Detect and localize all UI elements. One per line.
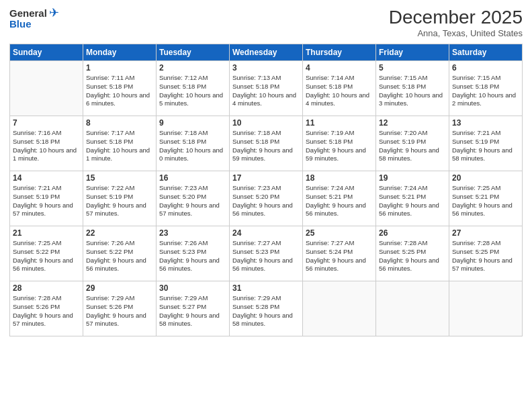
title-area: December 2025 Anna, Texas, United States (389, 7, 523, 38)
calendar-week-row-4: 28Sunrise: 7:28 AMSunset: 5:26 PMDayligh… (10, 281, 523, 336)
cell-info: Sunrise: 7:28 AMSunset: 5:26 PMDaylight:… (13, 294, 80, 328)
calendar-week-row-3: 21Sunrise: 7:25 AMSunset: 5:22 PMDayligh… (10, 226, 523, 281)
cell-info: Sunrise: 7:29 AMSunset: 5:27 PMDaylight:… (159, 294, 226, 328)
day-number: 10 (232, 118, 300, 128)
cell-info: Sunrise: 7:21 AMSunset: 5:19 PMDaylight:… (13, 184, 80, 218)
col-thursday: Thursday (303, 44, 376, 61)
calendar-table: Sunday Monday Tuesday Wednesday Thursday… (9, 44, 523, 336)
day-number: 3 (232, 63, 300, 73)
calendar-cell: 30Sunrise: 7:29 AMSunset: 5:27 PMDayligh… (157, 281, 230, 336)
col-friday: Friday (376, 44, 449, 61)
day-number: 21 (13, 228, 80, 238)
day-number: 18 (306, 173, 373, 183)
calendar-cell: 17Sunrise: 7:23 AMSunset: 5:20 PMDayligh… (230, 171, 303, 226)
cell-info: Sunrise: 7:28 AMSunset: 5:25 PMDaylight:… (379, 239, 446, 273)
cell-info: Sunrise: 7:29 AMSunset: 5:28 PMDaylight:… (232, 294, 300, 328)
day-number: 17 (232, 173, 300, 183)
calendar-cell: 23Sunrise: 7:26 AMSunset: 5:23 PMDayligh… (157, 226, 230, 281)
cell-info: Sunrise: 7:18 AMSunset: 5:18 PMDaylight:… (232, 129, 300, 163)
day-number: 2 (159, 63, 226, 73)
day-number: 29 (86, 283, 153, 293)
calendar-cell: 14Sunrise: 7:21 AMSunset: 5:19 PMDayligh… (10, 171, 83, 226)
day-number: 31 (232, 283, 300, 293)
calendar-cell: 12Sunrise: 7:20 AMSunset: 5:19 PMDayligh… (376, 116, 449, 171)
cell-info: Sunrise: 7:21 AMSunset: 5:19 PMDaylight:… (452, 129, 519, 163)
cell-info: Sunrise: 7:13 AMSunset: 5:18 PMDaylight:… (232, 74, 300, 108)
calendar-cell: 15Sunrise: 7:22 AMSunset: 5:19 PMDayligh… (83, 171, 157, 226)
day-number: 13 (452, 118, 519, 128)
cell-info: Sunrise: 7:28 AMSunset: 5:25 PMDaylight:… (452, 239, 519, 273)
day-number: 4 (306, 63, 373, 73)
calendar-cell: 16Sunrise: 7:23 AMSunset: 5:20 PMDayligh… (157, 171, 230, 226)
cell-info: Sunrise: 7:12 AMSunset: 5:18 PMDaylight:… (159, 74, 226, 108)
cell-info: Sunrise: 7:11 AMSunset: 5:18 PMDaylight:… (86, 74, 153, 108)
calendar-cell: 13Sunrise: 7:21 AMSunset: 5:19 PMDayligh… (449, 116, 523, 171)
day-number: 7 (13, 118, 80, 128)
cell-info: Sunrise: 7:26 AMSunset: 5:23 PMDaylight:… (159, 239, 226, 273)
col-saturday: Saturday (449, 44, 523, 61)
calendar-cell: 20Sunrise: 7:25 AMSunset: 5:21 PMDayligh… (449, 171, 523, 226)
col-sunday: Sunday (10, 44, 83, 61)
calendar-week-row-2: 14Sunrise: 7:21 AMSunset: 5:19 PMDayligh… (10, 171, 523, 226)
calendar-cell: 26Sunrise: 7:28 AMSunset: 5:25 PMDayligh… (376, 226, 449, 281)
day-number: 8 (86, 118, 153, 128)
logo-bird-icon: ✈ (49, 7, 59, 19)
day-number: 1 (86, 63, 153, 73)
calendar-cell: 3Sunrise: 7:13 AMSunset: 5:18 PMDaylight… (230, 61, 303, 116)
col-wednesday: Wednesday (230, 44, 303, 61)
header: General ✈ Blue December 2025 Anna, Texas… (9, 7, 523, 38)
cell-info: Sunrise: 7:24 AMSunset: 5:21 PMDaylight:… (306, 184, 373, 218)
calendar-cell (376, 281, 449, 336)
cell-info: Sunrise: 7:20 AMSunset: 5:19 PMDaylight:… (379, 129, 446, 163)
day-number: 20 (452, 173, 519, 183)
calendar-cell (449, 281, 523, 336)
calendar-cell: 6Sunrise: 7:15 AMSunset: 5:18 PMDaylight… (449, 61, 523, 116)
cell-info: Sunrise: 7:27 AMSunset: 5:23 PMDaylight:… (232, 239, 300, 273)
month-title: December 2025 (389, 7, 523, 28)
cell-info: Sunrise: 7:19 AMSunset: 5:18 PMDaylight:… (306, 129, 373, 163)
day-number: 5 (379, 63, 446, 73)
calendar-cell: 25Sunrise: 7:27 AMSunset: 5:24 PMDayligh… (303, 226, 376, 281)
calendar-cell: 29Sunrise: 7:29 AMSunset: 5:26 PMDayligh… (83, 281, 157, 336)
calendar-week-row-1: 7Sunrise: 7:16 AMSunset: 5:18 PMDaylight… (10, 116, 523, 171)
calendar-cell: 2Sunrise: 7:12 AMSunset: 5:18 PMDaylight… (157, 61, 230, 116)
calendar-week-row-0: 1Sunrise: 7:11 AMSunset: 5:18 PMDaylight… (10, 61, 523, 116)
day-number: 27 (452, 228, 519, 238)
cell-info: Sunrise: 7:14 AMSunset: 5:18 PMDaylight:… (306, 74, 373, 108)
calendar-cell: 1Sunrise: 7:11 AMSunset: 5:18 PMDaylight… (83, 61, 157, 116)
day-number: 19 (379, 173, 446, 183)
cell-info: Sunrise: 7:25 AMSunset: 5:22 PMDaylight:… (13, 239, 80, 273)
cell-info: Sunrise: 7:23 AMSunset: 5:20 PMDaylight:… (232, 184, 300, 218)
calendar-cell: 28Sunrise: 7:28 AMSunset: 5:26 PMDayligh… (10, 281, 83, 336)
day-number: 16 (159, 173, 226, 183)
cell-info: Sunrise: 7:29 AMSunset: 5:26 PMDaylight:… (86, 294, 153, 328)
calendar-cell: 8Sunrise: 7:17 AMSunset: 5:18 PMDaylight… (83, 116, 157, 171)
day-number: 6 (452, 63, 519, 73)
cell-info: Sunrise: 7:23 AMSunset: 5:20 PMDaylight:… (159, 184, 226, 218)
col-monday: Monday (83, 44, 157, 61)
day-number: 22 (86, 228, 153, 238)
calendar-cell (303, 281, 376, 336)
logo: General ✈ Blue (9, 7, 59, 29)
day-number: 12 (379, 118, 446, 128)
logo-blue-text: Blue (9, 19, 59, 29)
calendar-cell: 27Sunrise: 7:28 AMSunset: 5:25 PMDayligh… (449, 226, 523, 281)
calendar-header-row: Sunday Monday Tuesday Wednesday Thursday… (10, 44, 523, 61)
calendar-cell: 24Sunrise: 7:27 AMSunset: 5:23 PMDayligh… (230, 226, 303, 281)
calendar-cell: 4Sunrise: 7:14 AMSunset: 5:18 PMDaylight… (303, 61, 376, 116)
day-number: 24 (232, 228, 300, 238)
day-number: 14 (13, 173, 80, 183)
col-tuesday: Tuesday (157, 44, 230, 61)
page: General ✈ Blue December 2025 Anna, Texas… (0, 0, 532, 411)
day-number: 26 (379, 228, 446, 238)
cell-info: Sunrise: 7:25 AMSunset: 5:21 PMDaylight:… (452, 184, 519, 218)
cell-info: Sunrise: 7:18 AMSunset: 5:18 PMDaylight:… (159, 129, 226, 163)
day-number: 25 (306, 228, 373, 238)
cell-info: Sunrise: 7:15 AMSunset: 5:18 PMDaylight:… (452, 74, 519, 108)
calendar-cell: 5Sunrise: 7:15 AMSunset: 5:18 PMDaylight… (376, 61, 449, 116)
logo-general-text: General (9, 8, 47, 18)
day-number: 30 (159, 283, 226, 293)
calendar-cell: 10Sunrise: 7:18 AMSunset: 5:18 PMDayligh… (230, 116, 303, 171)
cell-info: Sunrise: 7:24 AMSunset: 5:21 PMDaylight:… (379, 184, 446, 218)
calendar-cell: 7Sunrise: 7:16 AMSunset: 5:18 PMDaylight… (10, 116, 83, 171)
